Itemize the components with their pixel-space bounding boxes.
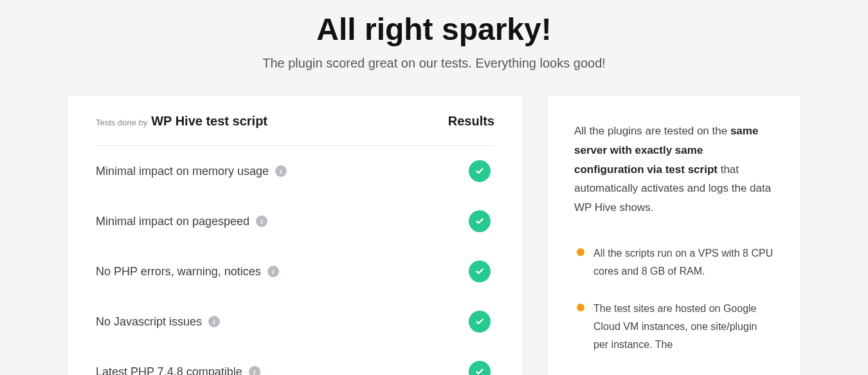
info-icon[interactable]: i — [267, 266, 279, 277]
test-label-wrap: No PHP errors, warning, notices i — [96, 265, 279, 279]
page-subtitle: The plugin scored great on our tests. Ev… — [0, 56, 868, 71]
test-label-wrap: Minimal impact on pagespeed i — [96, 215, 267, 228]
tests-header-left: Tests done by WP Hive test script — [96, 114, 267, 129]
check-icon — [469, 311, 491, 333]
test-label: Latest PHP 7.4.8 compatible — [96, 365, 242, 376]
check-icon — [469, 160, 491, 182]
info-list-item: All the scripts run on a VPS with 8 CPU … — [574, 244, 773, 280]
info-icon[interactable]: i — [256, 215, 267, 227]
test-label-wrap: Latest PHP 7.4.8 compatible i — [96, 365, 260, 376]
test-row: No PHP errors, warning, notices i — [96, 246, 494, 297]
tests-done-by-label: Tests done by — [96, 118, 147, 127]
results-header: Results — [448, 114, 494, 129]
test-label-wrap: No Javascript issues i — [96, 315, 220, 329]
test-label: No Javascript issues — [96, 315, 202, 329]
info-list: All the scripts run on a VPS with 8 CPU … — [574, 244, 773, 354]
info-icon[interactable]: i — [249, 366, 260, 375]
info-icon[interactable]: i — [275, 165, 287, 177]
page-title: All right sparky! — [0, 12, 868, 47]
content-wrapper: Tests done by WP Hive test script Result… — [0, 95, 868, 375]
test-label: Minimal impact on memory usage — [96, 165, 269, 178]
info-icon[interactable]: i — [208, 316, 220, 327]
check-icon — [469, 261, 491, 282]
test-label-wrap: Minimal impact on memory usage i — [96, 165, 287, 178]
info-card: All the plugins are tested on the same s… — [547, 95, 801, 375]
test-label: Minimal impact on pagespeed — [96, 215, 249, 228]
check-icon — [469, 361, 491, 375]
info-paragraph: All the plugins are tested on the same s… — [574, 122, 773, 217]
test-label: No PHP errors, warning, notices — [96, 265, 261, 279]
test-row: No Javascript issues i — [96, 297, 494, 347]
tests-card: Tests done by WP Hive test script Result… — [67, 95, 523, 375]
test-row: Latest PHP 7.4.8 compatible i — [96, 347, 494, 375]
test-row: Minimal impact on memory usage i — [96, 146, 494, 196]
info-list-item: The test sites are hosted on Google Clou… — [574, 300, 773, 354]
tests-script-name: WP Hive test script — [151, 114, 267, 129]
test-row: Minimal impact on pagespeed i — [96, 196, 494, 246]
info-paragraph-pre: All the plugins are tested on the — [574, 125, 730, 137]
tests-header: Tests done by WP Hive test script Result… — [96, 114, 494, 146]
check-icon — [469, 210, 491, 232]
